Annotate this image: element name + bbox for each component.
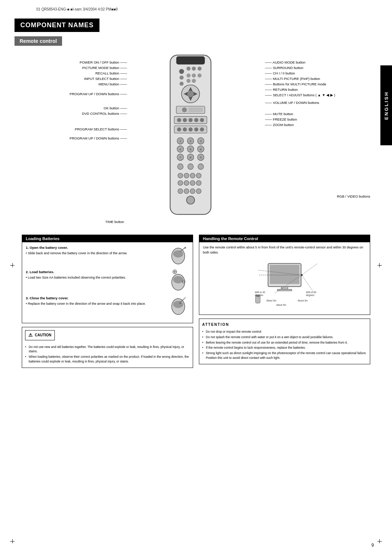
step2-title: 2. Load batteries. (26, 270, 164, 275)
svg-point-25 (188, 118, 192, 122)
english-sidebar: ENGLISH (380, 65, 392, 145)
attention-item-5: Strong light such as direct sunlight imp… (202, 351, 367, 360)
svg-point-57 (196, 189, 201, 194)
caution-header: ⚠ CAUTION (25, 330, 55, 340)
attention-item-4: If the remote control begins to lack res… (202, 345, 367, 350)
label-freeze: —— FREEZE button (265, 117, 370, 121)
svg-point-32 (194, 127, 198, 131)
svg-point-5 (197, 66, 201, 70)
attention-item-3: Before leaving the remote control out of… (202, 340, 367, 345)
caution-item-1: Do not use new and old batteries togethe… (25, 345, 190, 354)
svg-point-9 (197, 73, 201, 77)
page-title: COMPONENT NAMES (15, 19, 99, 32)
svg-point-58 (187, 196, 195, 204)
label-mute: —— MUTE button (265, 112, 370, 116)
svg-point-56 (190, 189, 195, 194)
svg-point-47 (184, 173, 189, 178)
svg-text:degrees: degrees (255, 294, 263, 297)
svg-point-43 (177, 164, 183, 170)
svg-point-55 (184, 189, 189, 194)
label-recall: RECALL button —— (22, 71, 127, 75)
attention-list: Do not drop or impact the remote control… (202, 329, 367, 360)
svg-point-6 (180, 76, 184, 80)
svg-point-8 (192, 73, 196, 77)
svg-text:5: 5 (190, 148, 192, 151)
svg-point-49 (196, 173, 201, 178)
svg-point-52 (190, 181, 195, 186)
svg-point-53 (196, 181, 201, 186)
svg-text:3: 3 (200, 139, 202, 143)
section-subtitle: Remote control (15, 36, 62, 46)
label-zoom: —— ZOOM button (265, 123, 370, 127)
svg-text:About 3m: About 3m (298, 299, 307, 302)
svg-point-51 (184, 181, 189, 186)
loading-batteries-content: 1. Open the battery cover. • Slide back … (22, 242, 193, 323)
crop-mark-bottom-left-v (12, 539, 13, 543)
crop-mark-right-v (379, 263, 380, 267)
label-prog-updown-1: PROGRAM UP / DOWN buttons —— (22, 92, 127, 96)
svg-text:1: 1 (180, 139, 181, 143)
svg-point-12 (192, 79, 196, 83)
loading-batteries-section: Loading Batteries 1. Open the battery co… (22, 235, 193, 323)
step1-text: • Slide back and remove the battery cove… (26, 251, 164, 256)
svg-text:⊖: ⊖ (181, 279, 186, 284)
step1-image (167, 245, 189, 265)
svg-text:With in 30: With in 30 (306, 291, 317, 293)
svg-text:About 3m: About 3m (266, 299, 276, 302)
label-input: INPUT SELECT button —— (22, 77, 127, 81)
step1-title: 1. Open the battery cover. (26, 245, 164, 250)
svg-text:degrees: degrees (306, 294, 314, 297)
svg-point-3 (187, 66, 191, 70)
english-label: ENGLISH (384, 91, 389, 120)
label-audio: —— AUDIO MODE button (265, 60, 370, 64)
label-menu: MENU button —— (22, 82, 127, 86)
loading-batteries-title: Loading Batteries (22, 235, 193, 242)
page-number: 9 (371, 543, 374, 548)
caution-item-2: When loading batteries, observe their co… (25, 355, 190, 364)
svg-point-29 (177, 127, 181, 131)
svg-point-31 (188, 127, 192, 131)
attention-header: ATTENTION (202, 322, 367, 327)
caution-list: Do not use new and old batteries togethe… (25, 345, 190, 364)
step3-title: 3. Close the battery cover. (26, 296, 164, 301)
caution-label: CAUTION (35, 332, 52, 338)
time-label: TIME button (105, 220, 124, 224)
svg-point-20 (182, 108, 187, 113)
svg-text:With in 30: With in 30 (255, 291, 265, 293)
svg-point-30 (183, 127, 187, 131)
svg-point-10 (180, 82, 184, 86)
label-power: POWER ON / OFF button —— (22, 60, 127, 64)
right-column: Handling the Remote Control Use the remo… (199, 235, 370, 368)
svg-point-76 (173, 301, 183, 308)
step2-image: ⊕ ⊖ (167, 270, 189, 291)
rgb-label: RGB / VIDEO buttons (337, 194, 370, 198)
header-line: 01 QR58543-ENG-■ ■I-sam 3/4/2004 4:02 PM… (15, 7, 377, 11)
svg-point-50 (178, 181, 183, 186)
svg-point-33 (200, 127, 204, 131)
attention-item-2: Do not splash the remote control with wa… (202, 335, 367, 340)
crop-mark-right (377, 265, 382, 266)
label-ok: OK button —— (22, 106, 127, 110)
svg-point-69 (173, 250, 183, 258)
handling-diagram: With in 30 degrees With in 30 degrees Ab… (203, 258, 366, 309)
svg-text:2: 2 (190, 139, 191, 143)
svg-point-2 (179, 69, 184, 74)
svg-rect-21 (188, 108, 203, 113)
svg-text:About 5m: About 5m (276, 304, 286, 306)
svg-point-44 (188, 164, 193, 170)
label-return: —— RETURN button (265, 88, 370, 92)
bottom-section: Loading Batteries 1. Open the battery co… (22, 235, 370, 368)
label-surround: —— SURROUND button (265, 66, 370, 70)
label-picture: PICTURE MODE button —— (22, 66, 127, 70)
step3-image (167, 296, 189, 316)
svg-point-24 (183, 118, 187, 122)
attention-item-1: Do not drop or impact the remote control… (202, 329, 367, 334)
svg-text:7: 7 (180, 156, 181, 159)
svg-point-27 (200, 118, 204, 122)
label-ch: —— CH I / II button (265, 71, 370, 75)
label-prog-select: PROGRAM SELECT buttons —— (22, 127, 127, 131)
svg-point-4 (192, 66, 196, 70)
svg-text:4: 4 (180, 148, 181, 151)
label-volume: —— VOLUME UP / DOWN buttons (265, 101, 370, 105)
label-multi-pic: —— MULTI PICTURE (PinP) button (265, 77, 370, 81)
